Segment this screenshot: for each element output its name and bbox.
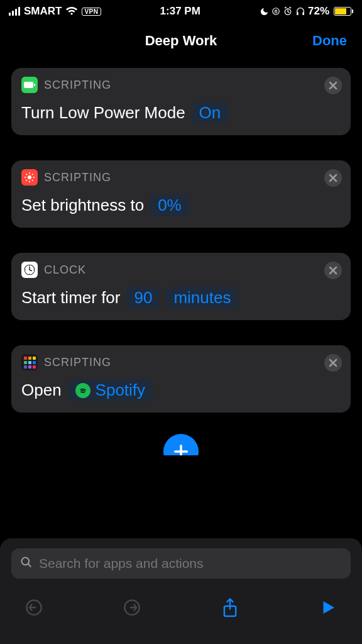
battery-pct: 72%	[308, 5, 329, 18]
undo-button[interactable]	[23, 596, 45, 619]
lock-icon	[272, 7, 280, 16]
param-pill-percent[interactable]: 0%	[150, 194, 189, 216]
brightness-app-icon	[21, 169, 38, 186]
spotify-icon	[75, 383, 90, 398]
svg-rect-5	[34, 84, 35, 86]
page-title: Deep Work	[145, 33, 217, 49]
action-text: Turn Low Power Mode	[21, 103, 185, 123]
clock-app-icon	[21, 262, 38, 278]
action-text: Open	[21, 380, 62, 400]
moon-icon	[260, 7, 269, 16]
svg-point-9	[29, 265, 30, 266]
action-text: Set brightness to	[21, 196, 144, 215]
pill-label: Spotify	[96, 380, 146, 400]
nav-bar: Deep Work Done	[0, 23, 362, 59]
category-label: CLOCK	[44, 264, 86, 277]
category-label: SCRIPTING	[44, 171, 111, 184]
done-button[interactable]: Done	[312, 33, 347, 49]
battery-app-icon	[21, 77, 38, 93]
search-field[interactable]	[11, 548, 351, 579]
delete-action-button[interactable]	[324, 354, 342, 372]
bottom-toolbar	[11, 579, 351, 619]
param-pill-unit[interactable]: minutes	[166, 287, 238, 309]
actions-list: SCRIPTING Turn Low Power Mode On SCRIPTI…	[0, 59, 362, 413]
svg-rect-2	[297, 12, 299, 15]
action-card-low-power[interactable]: SCRIPTING Turn Low Power Mode On	[11, 68, 351, 135]
param-pill-app[interactable]: Spotify	[68, 379, 153, 401]
carrier-label: SMART	[24, 5, 62, 18]
svg-point-12	[33, 269, 34, 270]
category-label: SCRIPTING	[44, 356, 111, 369]
svg-point-0	[273, 8, 280, 15]
svg-rect-4	[24, 82, 33, 88]
grid-app-icon	[21, 354, 38, 370]
delete-action-button[interactable]	[324, 262, 342, 279]
svg-point-6	[28, 175, 31, 179]
redo-button[interactable]	[121, 596, 143, 619]
svg-point-11	[25, 269, 26, 270]
vpn-badge: VPN	[82, 8, 101, 16]
delete-action-button[interactable]	[324, 77, 342, 94]
svg-rect-3	[302, 12, 304, 15]
clock-label: 1:37 PM	[101, 5, 260, 18]
action-text: Start timer for	[21, 288, 120, 308]
add-action-button[interactable]	[163, 434, 199, 455]
signal-icon	[9, 7, 20, 16]
action-card-timer[interactable]: CLOCK Start timer for 90 minutes	[11, 253, 351, 320]
category-label: SCRIPTING	[44, 79, 111, 92]
share-button[interactable]	[219, 596, 241, 619]
delete-action-button[interactable]	[324, 169, 342, 187]
action-card-open-app[interactable]: SCRIPTING Open Spotify	[11, 345, 351, 413]
alarm-icon	[283, 6, 293, 16]
status-bar: SMART VPN 1:37 PM 72%	[0, 0, 362, 23]
search-input[interactable]	[39, 556, 342, 571]
battery-icon	[332, 7, 353, 16]
wifi-icon	[65, 7, 78, 16]
run-button[interactable]	[317, 596, 339, 619]
search-sheet	[0, 538, 362, 644]
headphones-icon	[295, 6, 305, 16]
action-card-brightness[interactable]: SCRIPTING Set brightness to 0%	[11, 160, 351, 228]
param-pill-duration[interactable]: 90	[126, 287, 160, 309]
search-icon	[20, 556, 33, 571]
svg-point-10	[29, 274, 30, 274]
param-pill-on[interactable]: On	[192, 102, 229, 124]
